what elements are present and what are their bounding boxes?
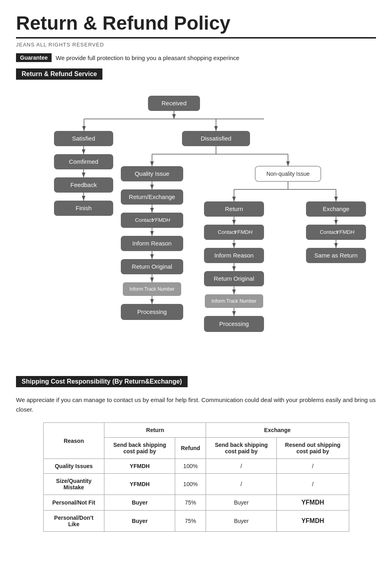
table-row: Quality IssuesYFMDH100%// (43, 459, 349, 474)
svg-text:Inform Reason: Inform Reason (132, 240, 172, 247)
svg-text:Return: Return (225, 205, 243, 212)
col-send-back: Send back shipping cost paid by (104, 438, 175, 459)
table-row: Personal/Don't LikeBuyer75%BuyerYFMDH (43, 511, 349, 532)
svg-text:Dissatisfied: Dissatisfied (201, 135, 232, 142)
svg-text:Comfirmed: Comfirmed (69, 158, 98, 165)
svg-text:Non-quality Issue: Non-quality Issue (266, 171, 310, 177)
svg-text:Processing: Processing (219, 320, 249, 327)
svg-text:Exchange: Exchange (323, 205, 350, 212)
cell-resend-out: YFMDH (277, 495, 349, 511)
cell-send-back: Buyer (104, 495, 175, 511)
cell-send-back-ex: / (206, 459, 277, 474)
cell-resend-out: / (277, 459, 349, 474)
col-reason: Reason (43, 423, 104, 459)
svg-text:Feedback: Feedback (70, 181, 97, 188)
cell-refund: 100% (175, 474, 206, 495)
svg-text:Return/Exchange: Return/Exchange (129, 193, 175, 200)
svg-text:Contact: Contact (218, 229, 236, 235)
cell-reason: Personal/Not Fit (43, 495, 104, 511)
cell-refund: 75% (175, 495, 206, 511)
svg-text:Same as Return: Same as Return (314, 252, 358, 259)
svg-text:YFMDH: YFMDH (336, 229, 355, 235)
cell-refund: 100% (175, 459, 206, 474)
svg-text:YFMDH: YFMDH (152, 217, 170, 223)
cell-resend-out: / (277, 474, 349, 495)
guarantee-row: Guarantee We provide full protection to … (16, 53, 376, 62)
svg-text:Inform Track Number: Inform Track Number (212, 298, 257, 304)
svg-text:Return Original: Return Original (214, 275, 254, 282)
svg-text:Finish: Finish (76, 205, 92, 211)
flowchart: Received Satisfied Dissatisfied Comfirme… (16, 88, 376, 360)
page-title: Return & Refund Policy (16, 12, 376, 38)
svg-text:Contact: Contact (135, 217, 153, 223)
svg-text:Inform Track Number: Inform Track Number (130, 286, 175, 292)
subtitle: JEANS ALL RIGHTS RESERVED (16, 42, 376, 48)
svg-text:Received: Received (162, 100, 187, 107)
cell-send-back-ex: / (206, 474, 277, 495)
section2-header: Shipping Cost Responsibility (By Return&… (16, 376, 188, 387)
svg-text:Inform Reason: Inform Reason (214, 252, 254, 259)
svg-text:Contact: Contact (320, 229, 338, 235)
section1-header: Return & Refund Service (16, 68, 102, 80)
cell-send-back: YFMDH (104, 474, 175, 495)
guarantee-badge: Guarantee (16, 53, 52, 62)
cell-send-back-ex: Buyer (206, 495, 277, 511)
shipping-section: Shipping Cost Responsibility (By Return&… (16, 376, 376, 532)
svg-text:Processing: Processing (137, 308, 167, 315)
col-refund: Refund (175, 438, 206, 459)
svg-text:Quality Issue: Quality Issue (135, 170, 170, 177)
cell-reason: Personal/Don't Like (43, 511, 104, 532)
table-row: Size/Quantity MistakeYFMDH100%// (43, 474, 349, 495)
svg-text:Return Original: Return Original (132, 263, 172, 270)
svg-text:YFMDH: YFMDH (234, 229, 253, 235)
shipping-table: Reason Return Exchange Send back shippin… (43, 422, 349, 532)
col-exchange-header: Exchange (206, 423, 349, 438)
guarantee-text: We provide full protection to bring you … (56, 54, 239, 61)
cell-reason: Quality Issues (43, 459, 104, 474)
table-row: Personal/Not FitBuyer75%BuyerYFMDH (43, 495, 349, 511)
cell-send-back: Buyer (104, 511, 175, 532)
cell-reason: Size/Quantity Mistake (43, 474, 104, 495)
cell-send-back-ex: Buyer (206, 511, 277, 532)
col-return-header: Return (104, 423, 206, 438)
col-send-back-ex: Send back shipping cost paid by (206, 438, 277, 459)
col-resend-out: Resend out shipping cost paid by (277, 438, 349, 459)
cell-resend-out: YFMDH (277, 511, 349, 532)
cell-refund: 75% (175, 511, 206, 532)
shipping-text: We appreciate if you can manage to conta… (16, 395, 376, 414)
svg-text:Satisfied: Satisfied (72, 135, 95, 142)
cell-send-back: YFMDH (104, 459, 175, 474)
